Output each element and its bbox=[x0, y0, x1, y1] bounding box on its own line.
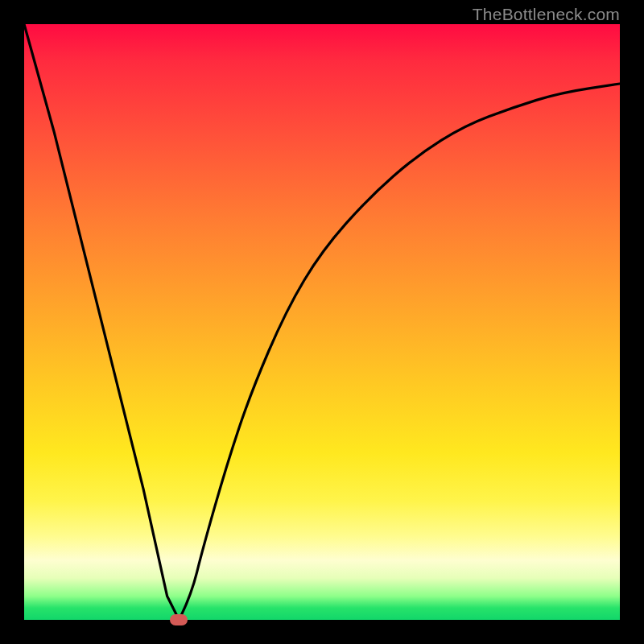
curve-group bbox=[24, 24, 620, 620]
chart-frame: TheBottleneck.com bbox=[0, 0, 644, 644]
curve-right-branch bbox=[179, 84, 620, 620]
minimum-marker bbox=[170, 614, 188, 625]
bottleneck-curve bbox=[0, 0, 644, 644]
curve-left-branch bbox=[24, 24, 179, 620]
